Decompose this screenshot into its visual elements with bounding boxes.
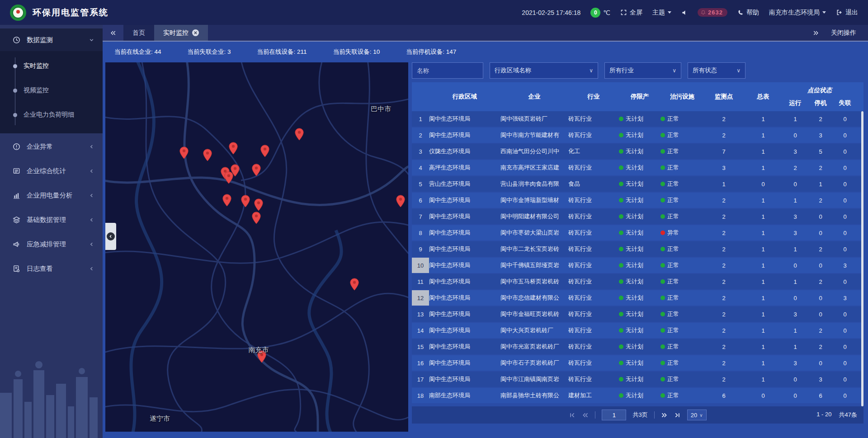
table-row[interactable]: 8阆中生态环境局阆中市枣碧大梁山页岩砖瓦行业无计划异常21300 — [412, 225, 863, 240]
alert-icon — [13, 143, 20, 151]
cell-industry: 砖瓦行业 — [568, 164, 619, 172]
page-number-input[interactable]: 1 — [602, 410, 626, 420]
status-dot-icon — [660, 214, 665, 219]
map-pin[interactable] — [241, 195, 250, 209]
table-row[interactable]: 14阆中生态环境局阆中大兴页岩机砖厂砖瓦行业无计划正常21120 — [412, 323, 863, 338]
cell-points: 1 — [704, 181, 744, 188]
cell-company: 阆中市二龙长宝页岩砖 — [500, 245, 568, 253]
table-row[interactable]: 18南部生态环境局南部县驰华土砖有限公建材加工无计划正常60060 — [412, 388, 863, 403]
region-select[interactable]: 行政区域名称∨ — [490, 62, 598, 79]
prev-page-button[interactable] — [582, 412, 589, 419]
map-pin[interactable] — [224, 171, 234, 186]
notification-badge[interactable]: 2632 — [698, 8, 727, 17]
map-pin[interactable] — [294, 128, 304, 142]
sidebar-subitem-realtime-monitor[interactable]: 实时监控 — [0, 54, 103, 78]
last-page-button[interactable] — [674, 412, 681, 419]
status-dot-icon — [619, 344, 623, 349]
sidebar-item-log-view[interactable]: 日志查看 — [0, 257, 103, 280]
table-row[interactable]: 12阆中生态环境局阆中市忠信建材有限公砖瓦行业无计划正常21003 — [412, 290, 863, 306]
cell-industry: 砖瓦行业 — [568, 359, 619, 367]
map-pin[interactable] — [252, 212, 261, 226]
map-pin[interactable] — [179, 146, 189, 161]
sidebar-item-power-analysis[interactable]: 企业用电量分析 — [0, 184, 103, 207]
megaphone-icon — [13, 240, 20, 248]
table-row[interactable]: 10阆中生态环境局阆中千佛镇五郎垭页岩砖瓦行业无计划正常21003 — [412, 258, 863, 273]
map-pin[interactable] — [252, 164, 261, 178]
table-row[interactable]: 11阆中生态环境局阆中市五马桥页岩机砖砖瓦行业无计划正常21120 — [412, 274, 863, 289]
row-index: 8 — [412, 230, 429, 236]
tab-home[interactable]: 首页 — [123, 25, 154, 41]
sidebar-item-base-data[interactable]: 基础数据管理 — [0, 208, 103, 231]
sidebar-item-emergency-reduction[interactable]: 应急减排管理 — [0, 233, 103, 255]
sidebar-item-data-monitor[interactable]: 数据监测 — [0, 28, 103, 51]
sidebar-item-enterprise-abnormal[interactable]: 企业异常 — [0, 135, 103, 158]
sidebar-subitem-video-monitor[interactable]: 视频监控 — [0, 78, 103, 103]
cell-industry: 砖瓦行业 — [568, 229, 619, 237]
map-pin[interactable] — [260, 145, 270, 159]
row-index: 16 — [412, 360, 429, 367]
table-row[interactable]: 5营山生态环境局营山县润丰肉食品有限食品无计划正常10010 — [412, 176, 863, 192]
industry-select[interactable]: 所有行业∨ — [604, 62, 681, 79]
table-row[interactable]: 2阆中生态环境局阆中市南方节能建材有砖瓦行业无计划正常21030 — [412, 127, 863, 143]
close-operations-button[interactable]: 关闭操作 — [831, 29, 856, 37]
mute-button[interactable] — [681, 9, 688, 16]
name-filter-input[interactable] — [412, 62, 483, 79]
table-row[interactable]: 9阆中生态环境局阆中市二龙长宝页岩砖砖瓦行业无计划正常21120 — [412, 241, 863, 257]
row-index: 1 — [412, 116, 429, 122]
sidebar-item-enterprise-stats[interactable]: 企业综合统计 — [0, 160, 103, 182]
fullscreen-button[interactable]: 全屏 — [620, 9, 642, 17]
sidebar-subitem-power-load-detail[interactable]: 企业电力负荷明细 — [0, 103, 103, 127]
cell-region: 阆中生态环境局 — [429, 326, 500, 334]
map-panel[interactable]: 巴中市南充市遂宁市 — [105, 62, 408, 432]
cell-stop: 2 — [808, 116, 833, 122]
table-row[interactable]: 1阆中生态环境局阆中强锐页岩砖厂砖瓦行业无计划正常21120 — [412, 111, 863, 127]
map-pin[interactable] — [222, 194, 232, 208]
table-row[interactable]: 17阆中生态环境局阆中市江南镇阆南页岩砖瓦行业无计划正常21030 — [412, 372, 863, 387]
cell-meters: 1 — [744, 246, 783, 253]
tab-realtime[interactable]: 实时监控 — [154, 25, 208, 41]
theme-menu[interactable]: 主题 — [652, 9, 671, 17]
help-button[interactable]: 帮助 — [737, 9, 759, 17]
table-scrollbar[interactable] — [861, 111, 863, 406]
table-row[interactable]: 16阆中生态环境局阆中市石子页岩机砖厂砖瓦行业无计划正常21300 — [412, 355, 863, 371]
table-row[interactable]: 15阆中生态环境局阆中市光富页岩机砖厂砖瓦行业无计划正常21120 — [412, 339, 863, 354]
table-row[interactable]: 7阆中生态环境局阆中明阳建材有限公司砖瓦行业无计划正常21300 — [412, 209, 863, 224]
cell-meters: 0 — [744, 181, 783, 188]
name-input[interactable] — [417, 67, 478, 74]
tabs-scroll-right-button[interactable] — [813, 30, 819, 36]
table-row[interactable]: 4高坪生态环境局南充市高坪区王家店建砖瓦行业无计划正常31220 — [412, 160, 863, 175]
cell-stop: 0 — [808, 311, 833, 318]
tab-label: 首页 — [132, 29, 145, 37]
tab-close-icon[interactable] — [192, 29, 199, 36]
table-row[interactable]: 6阆中生态环境局阆中市金博瑞新型墙材砖瓦行业无计划正常21120 — [412, 193, 863, 208]
cell-stop: 2 — [808, 327, 833, 334]
cell-meters: 1 — [744, 376, 783, 383]
map-collapse-button[interactable] — [105, 223, 116, 250]
logout-button[interactable]: 退出 — [836, 9, 858, 17]
sidebar-menu: 数据监测实时监控视频监控企业电力负荷明细企业异常企业综合统计企业用电量分析基础数… — [0, 25, 103, 280]
page-size-select[interactable]: 20∨ — [687, 410, 707, 420]
map-pin[interactable] — [350, 278, 359, 292]
cell-lost: 0 — [833, 392, 857, 399]
map-pin[interactable] — [396, 195, 405, 209]
table-row[interactable]: 3仪陇生态环境局西南油气田分公司川中化工无计划正常71350 — [412, 144, 863, 159]
stat-item: 当前在线设备: 211 — [257, 48, 307, 56]
user-org-menu[interactable]: 南充市生态环境局 — [769, 9, 826, 17]
tabs-scroll-left-button[interactable] — [103, 25, 123, 41]
caret-down-icon — [668, 11, 671, 14]
col-run: 运行 — [783, 99, 808, 107]
cell-facility-status: 正常 — [660, 212, 704, 221]
status-select[interactable]: 所有状态∨ — [688, 62, 745, 79]
map-pin[interactable] — [203, 149, 212, 163]
table-body: 1阆中生态环境局阆中强锐页岩砖厂砖瓦行业无计划正常211202阆中生态环境局阆中… — [412, 111, 863, 406]
map-pin[interactable] — [228, 142, 238, 156]
table-rows: 1阆中生态环境局阆中强锐页岩砖厂砖瓦行业无计划正常211202阆中生态环境局阆中… — [412, 111, 863, 403]
status-dot-icon — [619, 231, 623, 235]
col-stop: 停机 — [808, 99, 833, 107]
next-page-button[interactable] — [661, 412, 668, 419]
first-page-button[interactable] — [569, 412, 576, 419]
table-row[interactable]: 13阆中生态环境局阆中市金福旺页岩机砖砖瓦行业无计划正常21300 — [412, 306, 863, 322]
cell-company: 阆中市南方节能建材有 — [500, 131, 568, 139]
status-dot-icon — [660, 231, 665, 235]
map-pin[interactable] — [254, 198, 264, 213]
